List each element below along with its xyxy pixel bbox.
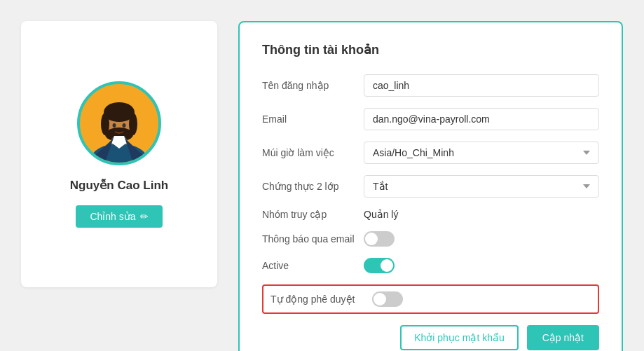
email-label: Email	[262, 113, 364, 125]
two-factor-label: Chứng thực 2 lớp	[262, 181, 364, 192]
timezone-select[interactable]: Asia/Ho_Chi_Minh UTC Asia/Bangkok	[364, 142, 599, 164]
bottom-actions: Khởi phục mật khẩu Cập nhật	[262, 325, 599, 350]
auto-approve-toggle[interactable]	[372, 291, 403, 307]
email-row: Email	[262, 108, 599, 130]
right-panel: Thông tin tài khoản Tên đăng nhập Email …	[238, 21, 623, 351]
main-container: Nguyễn Cao Linh Chỉnh sửa ✏ Thông tin tà…	[0, 0, 644, 351]
left-panel: Nguyễn Cao Linh Chỉnh sửa ✏	[21, 21, 217, 287]
active-row: Active	[262, 258, 599, 273]
auto-approve-slider	[372, 291, 403, 307]
edit-button[interactable]: Chỉnh sửa ✏	[76, 205, 162, 228]
edit-icon: ✏	[140, 211, 149, 222]
avatar-wrapper	[77, 81, 161, 165]
two-factor-row: Chứng thực 2 lớp Tắt Bật	[262, 175, 599, 198]
svg-point-10	[113, 123, 116, 128]
active-label: Active	[262, 260, 364, 271]
active-slider	[364, 258, 395, 273]
access-group-row: Nhóm truy cập Quản lý	[262, 209, 599, 220]
reset-password-button[interactable]: Khởi phục mật khẩu	[400, 325, 519, 350]
email-input[interactable]	[364, 108, 599, 130]
timezone-label: Múi giờ làm việc	[262, 147, 364, 158]
username-row: Tên đăng nhập	[262, 74, 599, 97]
email-notify-toggle[interactable]	[364, 231, 395, 247]
svg-point-11	[123, 123, 126, 128]
active-toggle[interactable]	[364, 258, 395, 273]
auto-approve-label: Tự động phê duyệt	[270, 293, 372, 305]
panel-title: Thông tin tài khoản	[262, 42, 599, 57]
avatar	[77, 81, 161, 165]
username-label: Tên đăng nhập	[262, 80, 364, 91]
email-notify-slider	[364, 231, 395, 247]
access-group-label: Nhóm truy cập	[262, 209, 364, 220]
two-factor-select[interactable]: Tắt Bật	[364, 175, 599, 198]
edit-label: Chỉnh sửa	[90, 211, 135, 222]
avatar-icon	[81, 85, 158, 163]
auto-approve-row: Tự động phê duyệt	[262, 284, 599, 314]
timezone-row: Múi giờ làm việc Asia/Ho_Chi_Minh UTC As…	[262, 142, 599, 164]
email-notify-row: Thông báo qua email	[262, 231, 599, 247]
username-input[interactable]	[364, 74, 599, 97]
access-group-value: Quản lý	[364, 209, 398, 220]
user-name: Nguyễn Cao Linh	[70, 178, 168, 193]
update-button[interactable]: Cập nhật	[527, 325, 599, 350]
email-notify-label: Thông báo qua email	[262, 233, 364, 245]
